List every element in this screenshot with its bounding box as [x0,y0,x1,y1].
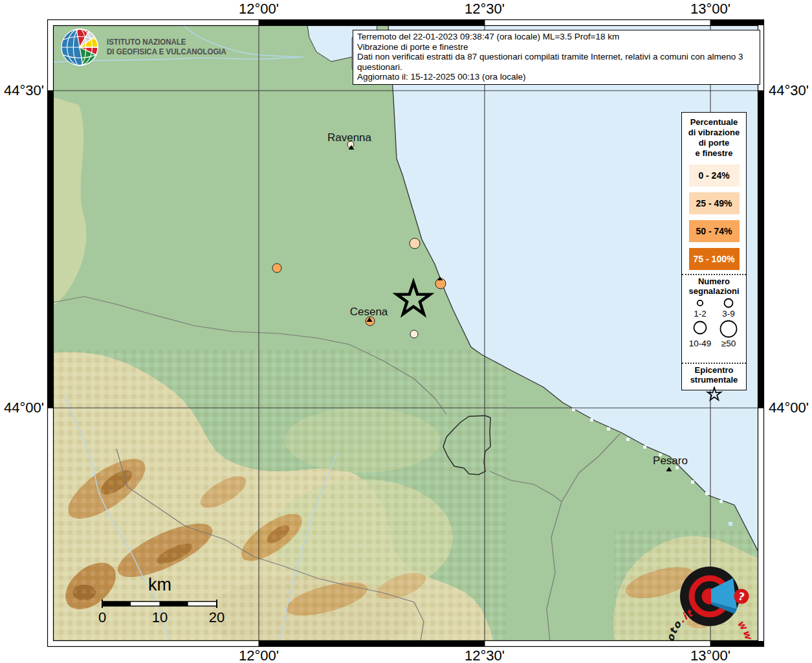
scalebar-unit-label: km [148,575,171,595]
axis-label-left-44-30: 44°30' [4,82,44,99]
legend-swatch-50-74: 50 - 74% [689,220,740,242]
axis-label-right-44-30: 44°30' [769,82,809,99]
axis-label-left-44-00: 44°00' [4,399,44,416]
map-screenshot: ? www.haisentitoilterremoto.it 12°00' 12… [0,0,812,663]
event-effect: Vibrazione di porte e finestre [357,42,756,52]
legend-num-title: Numero [682,276,746,286]
axis-label-bottom-13-00: 13°00' [690,647,730,663]
city-label-pesaro: Pesaro [653,455,688,467]
legend-size-label: 10-49 [688,339,711,348]
legend-size-circles: 1-2 3-9 10-49 ≥50 [683,297,745,359]
legend-panel: Percentuale di vibrazione di porte e fin… [681,112,747,390]
scalebar-tick-0: 0 [98,609,106,626]
scalebar-tick-10: 10 [152,609,168,626]
city-label-cesena: Cesena [350,306,388,319]
ingv-name-line1: ISTITUTO NAZIONALE [107,38,226,48]
scalebar-tick-20: 20 [209,609,225,626]
legend-title-line: di vibrazione [682,128,746,138]
axis-label-top-12-00: 12°00' [239,1,279,17]
legend-epi-title: Epicentro [682,365,746,375]
axis-label-bottom-12-30: 12°30' [465,647,505,663]
axis-label-right-44-00: 44°00' [769,399,809,416]
legend-size-label: ≥50 [721,339,735,348]
ingv-globe-icon [61,27,101,67]
event-info-box: Terremoto del 22-01-2023 09:38:47 (ora l… [353,30,760,85]
ingv-logo: ISTITUTO NAZIONALE DI GEOFISICA E VULCAN… [61,27,237,67]
legend-swatch-25-49: 25 - 49% [689,192,740,214]
axis-label-bottom-12-00: 12°00' [239,647,279,663]
legend-epi-title: strumentale [682,375,746,385]
legend-swatch-0-24: 0 - 24% [689,164,740,186]
event-data-note: Dati non verificati estratti da 87 quest… [357,52,756,72]
legend-title-line: Percentuale [682,117,746,128]
legend-size-label: 3-9 [722,309,735,319]
ingv-name-line2: DI GEOFISICA E VULCANOLOGIA [107,47,226,58]
event-summary: Terremoto del 22-01-2023 09:38:47 (ora l… [357,32,756,42]
legend-epicenter-star-icon [705,387,724,402]
legend-size-label: 1-2 [694,309,707,319]
report-dot [410,238,420,249]
legend-title-line: di porte [682,138,746,148]
legend-num-title: segnalazioni [682,286,746,296]
axis-label-top-13-00: 13°00' [690,1,730,17]
city-label-ravenna: Ravenna [327,131,371,144]
report-dot [410,330,418,338]
event-updated: Aggiornato il: 15-12-2025 00:13 (ora loc… [357,72,756,82]
report-dot [272,264,281,273]
legend-title-line: e finestre [682,148,746,159]
axis-label-top-12-30: 12°30' [465,1,505,17]
map-content: ? www.haisentitoilterremoto.it [53,25,758,663]
legend-swatch-75-100: 75 - 100% [689,248,740,270]
